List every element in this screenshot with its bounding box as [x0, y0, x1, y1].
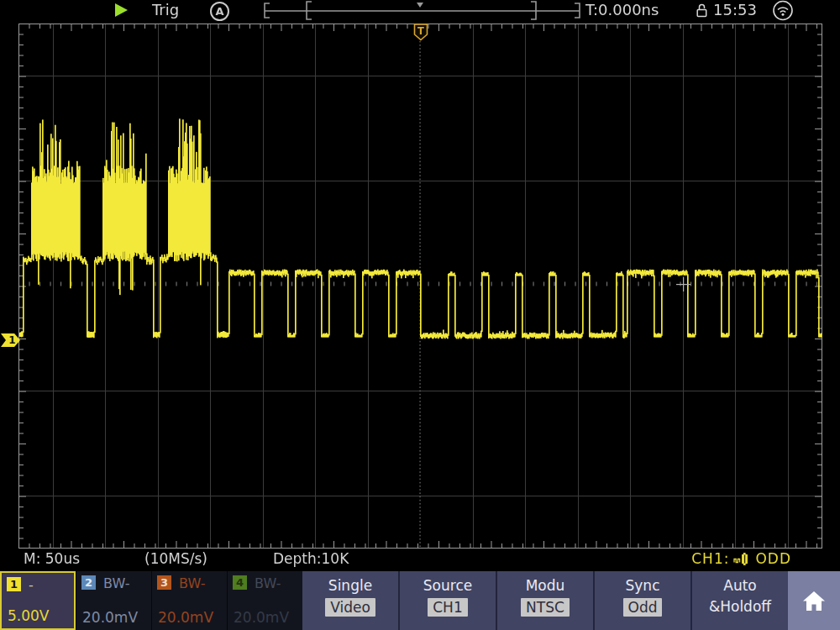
- trigger-state-label: Trig: [152, 1, 179, 18]
- channel-4-bandwidth: BW-: [255, 575, 281, 591]
- channel-1-scale: 5.00V: [8, 607, 49, 624]
- channel-2-scale: 20.0mV: [82, 609, 138, 626]
- channel-3-bandwidth: BW-: [179, 575, 205, 591]
- menu-label: Modu: [497, 577, 593, 594]
- channel-3-badge: 3: [157, 575, 171, 590]
- bottom-menu-bar: 1 - 5.00V 2 BW- 20.0mV 3 BW- 20.0mV 4 BW…: [0, 571, 840, 630]
- trigger-status: CH1: ODD: [691, 550, 791, 567]
- channel-3-box[interactable]: 3 BW- 20.0mV: [151, 571, 227, 630]
- menu-value: &Holdoff: [709, 598, 771, 615]
- top-status-bar: Trig A T:0.000ns 15:53: [0, 0, 840, 22]
- sample-rate-readout: (10MS/s): [144, 550, 207, 567]
- waveform-display: [0, 0, 840, 571]
- svg-text:T: T: [417, 25, 424, 37]
- home-icon: [801, 590, 827, 612]
- acquisition-status-bar: M: 50us (10MS/s) Depth:10K CH1: ODD: [0, 549, 840, 571]
- timebase-readout: M: 50us: [24, 550, 80, 567]
- run-state-play-icon: [115, 3, 128, 17]
- channel-4-badge: 4: [233, 575, 247, 590]
- trigger-point-marker: T: [413, 24, 428, 41]
- channel-strip: 1 - 5.00V 2 BW- 20.0mV 3 BW- 20.0mV 4 BW…: [0, 571, 302, 630]
- menu-value: Odd: [623, 598, 663, 617]
- trigger-position-pointer-icon: [417, 3, 423, 8]
- channel-4-box[interactable]: 4 BW- 20.0mV: [227, 571, 302, 630]
- menu-value: CH1: [428, 598, 467, 617]
- channel-2-badge: 2: [81, 575, 96, 590]
- menu-item-sync[interactable]: Sync Odd: [593, 571, 690, 630]
- clock-readout: 15:53: [713, 1, 757, 18]
- menu-item-single[interactable]: Single Video: [302, 571, 398, 630]
- menu-value: NTSC: [521, 598, 570, 617]
- channel-1-box[interactable]: 1 - 5.00V: [0, 571, 76, 630]
- trigger-field-label: ODD: [755, 550, 791, 567]
- wifi-icon: [772, 0, 794, 21]
- trigger-menu-sections: Single Video Source CH1 Modu NTSC Sync O…: [302, 571, 788, 630]
- menu-label: Source: [400, 577, 496, 594]
- menu-label: Sync: [595, 577, 690, 594]
- trigger-time-readout: T:0.000ns: [585, 1, 659, 18]
- horizontal-position-indicator: [263, 0, 585, 22]
- channel-4-scale: 20.0mV: [234, 609, 289, 626]
- channel-1-badge: 1: [7, 577, 21, 591]
- unlock-icon: [696, 3, 708, 18]
- menu-label: Single: [302, 577, 398, 594]
- menu-item-source[interactable]: Source CH1: [398, 571, 496, 630]
- oscilloscope-screen: Trig A T:0.000ns 15:53 T 1 M: 50us: [0, 0, 840, 630]
- menu-item-modu[interactable]: Modu NTSC: [496, 571, 593, 630]
- channel-2-box[interactable]: 2 BW- 20.0mV: [76, 571, 151, 630]
- video-sync-icon: [733, 553, 751, 565]
- trigger-source-label: CH1:: [691, 550, 729, 567]
- menu-item-auto-holdoff[interactable]: Auto &Holdoff: [690, 571, 788, 630]
- channel-2-bandwidth: BW-: [103, 575, 129, 591]
- menu-label: Auto: [692, 577, 788, 594]
- auto-trigger-mode-icon: A: [210, 2, 229, 21]
- channel-3-scale: 20.0mV: [158, 609, 213, 626]
- home-button[interactable]: [788, 571, 840, 630]
- channel-1-coupling: -: [29, 577, 34, 593]
- memory-depth-readout: Depth:10K: [273, 550, 349, 567]
- menu-value: Video: [325, 598, 375, 617]
